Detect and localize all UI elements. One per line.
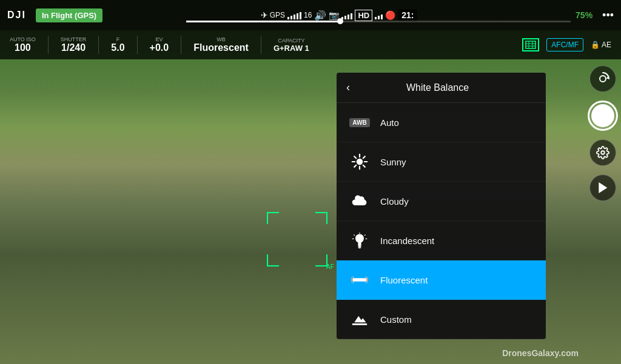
svg-marker-7 [599, 184, 606, 193]
svg-rect-26 [366, 277, 368, 282]
wb-item-fluorescent[interactable]: Fluorescent [337, 260, 546, 300]
wb-item-auto[interactable]: AWB Auto [337, 103, 546, 142]
rotate-camera-icon [596, 71, 610, 86]
gps-label: GPS [270, 11, 285, 19]
cam-divider-3 [137, 36, 138, 54]
grid-frame-button[interactable] [522, 38, 539, 51]
fluorescent-tube-icon [351, 271, 368, 288]
wb-cloudy-label: Cloudy [380, 196, 409, 207]
iso-label: Auto ISO [10, 36, 36, 42]
wb-item-sunny[interactable]: Sunny [337, 142, 546, 182]
settings-icon [596, 146, 609, 159]
progress-fill [186, 21, 340, 22]
cam-divider-5 [261, 36, 261, 54]
bulb-icon [351, 232, 368, 249]
svg-line-13 [354, 156, 356, 158]
playback-button[interactable] [589, 174, 616, 201]
signal-count: 16 [304, 11, 312, 19]
ev-value: +0.0 [150, 42, 169, 53]
cam-divider-1 [48, 36, 49, 54]
ae-label: AE [602, 41, 611, 49]
focus-bracket [267, 212, 327, 266]
iso-setting[interactable]: Auto ISO 100 [10, 36, 36, 53]
capacity-setting[interactable]: CAPACITY G+RAW 1 [274, 38, 309, 53]
camera-rotate-button[interactable] [589, 65, 616, 92]
wb-auto-label: Auto [380, 117, 399, 128]
wb-fluorescent-icon [349, 269, 371, 291]
svg-rect-24 [352, 278, 367, 282]
recording-icon: 🔴 [385, 10, 395, 20]
camera-signal-bars [341, 11, 352, 19]
wb-panel-header: ‹ White Balance [337, 73, 546, 103]
wb-custom-label: Custom [380, 314, 412, 325]
camera-settings-bar: Auto ISO 100 SHUTTER 1/240 F 5.0 EV +0.0… [0, 30, 621, 59]
camera-right-controls: AFC/MF 🔒 AE [522, 38, 611, 51]
bracket-top-left [267, 212, 279, 224]
wb-item-incandescent[interactable]: Incandescent [337, 221, 546, 260]
cloud-icon [351, 193, 368, 210]
wb-setting[interactable]: WB Fluorescent [193, 36, 249, 53]
custom-wb-icon [351, 311, 368, 328]
hd-quality-badge: HD [355, 10, 372, 21]
sun-icon [351, 153, 368, 170]
grid-icon [525, 41, 536, 49]
wb-back-button[interactable]: ‹ [346, 81, 350, 94]
wb-sunny-label: Sunny [380, 157, 406, 167]
capture-button[interactable] [588, 101, 618, 131]
cam-divider-2 [98, 36, 99, 54]
svg-point-8 [357, 159, 363, 165]
aperture-setting[interactable]: F 5.0 [111, 36, 124, 53]
wb-panel-title: White Balance [357, 82, 518, 93]
ae-button-group[interactable]: 🔒 AE [591, 41, 611, 49]
white-balance-panel: ‹ White Balance AWB Auto Sunny [337, 73, 546, 339]
lock-icon: 🔒 [591, 41, 600, 49]
gps-status: ✈ GPS [261, 10, 285, 20]
settings-button[interactable] [589, 139, 616, 166]
drone-icon: ✈ [261, 10, 268, 20]
aperture-value: 5.0 [111, 42, 124, 53]
wb-item-cloudy[interactable]: Cloudy [337, 182, 546, 221]
top-status-bar: DJI In Flight (GPS) ✈ GPS 16 🔊 📷 [0, 0, 621, 30]
svg-point-5 [600, 76, 606, 82]
progress-dot [337, 18, 343, 24]
play-icon [597, 182, 609, 194]
battery-level: 75% [576, 10, 592, 20]
bracket-bottom-right [315, 254, 327, 266]
wb-custom-icon [349, 308, 371, 330]
dji-logo: DJI [7, 10, 26, 21]
svg-rect-25 [351, 277, 353, 282]
capacity-label: CAPACITY [278, 38, 304, 44]
afc-mf-button[interactable]: AFC/MF [546, 38, 583, 51]
aperture-label: F [116, 36, 120, 42]
flight-timer: 21: [398, 9, 417, 21]
bracket-bottom-left [267, 254, 279, 266]
svg-line-14 [363, 165, 365, 167]
svg-rect-31 [352, 323, 368, 325]
wb-sunny-icon [349, 151, 371, 173]
shutter-value: 1/240 [61, 42, 86, 53]
svg-line-20 [354, 234, 355, 236]
flight-progress-bar [186, 21, 571, 22]
wb-item-custom[interactable]: Custom [337, 300, 546, 339]
wb-value: Fluorescent [193, 42, 249, 53]
signal-strength-bars [287, 11, 301, 19]
flight-status-badge: In Flight (GPS) [36, 8, 102, 22]
svg-line-15 [363, 156, 365, 158]
signal-bar: ✈ GPS 16 🔊 📷 HD [107, 9, 571, 21]
wb-incandescent-icon [349, 230, 371, 251]
svg-rect-0 [526, 41, 535, 48]
svg-point-6 [601, 151, 605, 154]
watermark: DronesGalaxy.com [502, 348, 579, 358]
more-options-button[interactable]: ••• [602, 9, 614, 22]
wb-label: WB [217, 36, 226, 42]
capture-outer-ring [588, 101, 618, 131]
shutter-setting[interactable]: SHUTTER 1/240 [61, 36, 87, 53]
shutter-label: SHUTTER [61, 36, 87, 42]
ev-setting[interactable]: EV +0.0 [150, 36, 169, 53]
capacity-value: G+RAW 1 [274, 44, 309, 53]
wb-cloudy-icon [349, 190, 371, 212]
svg-line-21 [364, 234, 366, 236]
bracket-top-right [315, 212, 327, 224]
svg-line-16 [354, 165, 356, 167]
right-sidebar [585, 59, 621, 364]
